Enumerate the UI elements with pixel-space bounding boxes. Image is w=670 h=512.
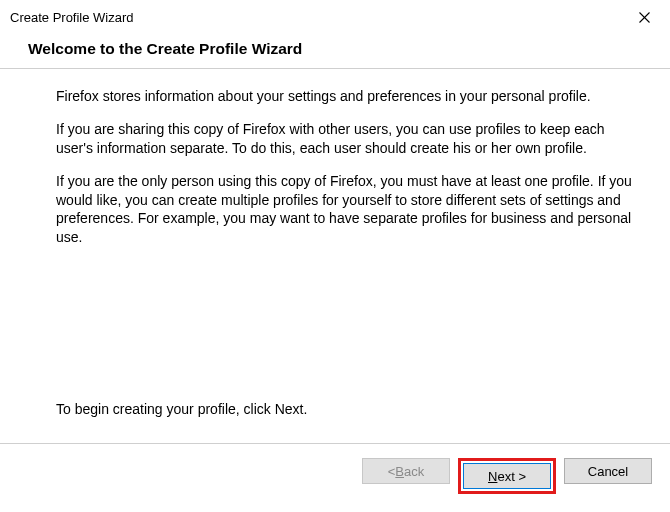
page-title: Welcome to the Create Profile Wizard xyxy=(28,40,670,58)
window-title: Create Profile Wizard xyxy=(10,10,134,25)
next-button-rest: ext > xyxy=(497,469,526,484)
back-button-prefix: < xyxy=(388,464,396,479)
titlebar: Create Profile Wizard xyxy=(0,0,670,34)
button-bar: < Back Next > Cancel xyxy=(0,443,670,512)
begin-instruction: To begin creating your profile, click Ne… xyxy=(56,400,636,419)
back-button: < Back xyxy=(362,458,450,484)
next-button[interactable]: Next > xyxy=(463,463,551,489)
next-button-highlight: Next > xyxy=(458,458,556,494)
back-button-accesskey: B xyxy=(395,464,404,479)
close-icon xyxy=(639,12,650,23)
heading-area: Welcome to the Create Profile Wizard xyxy=(0,34,670,68)
content-area: Firefox stores information about your se… xyxy=(0,69,670,443)
cancel-button[interactable]: Cancel xyxy=(564,458,652,484)
wizard-window: Create Profile Wizard Welcome to the Cre… xyxy=(0,0,670,512)
intro-paragraph-3: If you are the only person using this co… xyxy=(56,172,636,248)
cancel-button-label: Cancel xyxy=(588,464,628,479)
next-button-accesskey: N xyxy=(488,469,497,484)
close-button[interactable] xyxy=(630,6,658,28)
intro-paragraph-2: If you are sharing this copy of Firefox … xyxy=(56,120,636,158)
back-button-rest: ack xyxy=(404,464,424,479)
intro-paragraph-1: Firefox stores information about your se… xyxy=(56,87,636,106)
